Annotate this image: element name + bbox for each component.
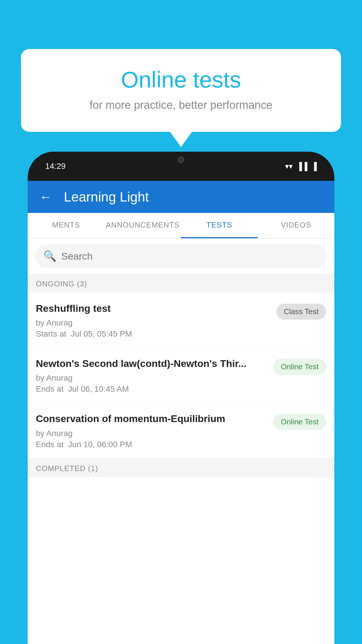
speech-bubble-title: Online tests bbox=[44, 66, 318, 93]
test-time: Ends at Jul 06, 10:45 AM bbox=[36, 384, 266, 394]
test-info: Newton's Second law(contd)-Newton's Thir… bbox=[36, 357, 273, 394]
app-header: ← Learning Light bbox=[28, 181, 334, 213]
test-info: Conservation of momentum-Equilibrium by … bbox=[36, 412, 273, 449]
test-badge: Class Test bbox=[276, 304, 326, 320]
notch bbox=[158, 152, 204, 168]
test-name: Newton's Second law(contd)-Newton's Thir… bbox=[36, 357, 266, 370]
wifi-icon: ▾▾ bbox=[285, 162, 293, 171]
phone-screen: ← Learning Light MENTS ANNOUNCEMENTS TES… bbox=[28, 181, 334, 644]
ongoing-section-label: ONGOING (3) bbox=[28, 274, 334, 293]
tab-announcements[interactable]: ANNOUNCEMENTS bbox=[104, 213, 181, 238]
test-name: Conservation of momentum-Equilibrium bbox=[36, 412, 266, 425]
test-item[interactable]: Newton's Second law(contd)-Newton's Thir… bbox=[28, 348, 334, 403]
test-badge: Online Test bbox=[273, 359, 326, 375]
status-time: 14:29 bbox=[45, 162, 66, 171]
test-name: Reshuffling test bbox=[36, 302, 269, 315]
test-badge: Online Test bbox=[273, 414, 326, 430]
test-by: by Anurag bbox=[36, 318, 269, 328]
search-bar[interactable]: 🔍 bbox=[35, 244, 327, 268]
test-time: Starts at Jul 05, 05:45 PM bbox=[36, 329, 269, 339]
test-by: by Anurag bbox=[36, 373, 266, 383]
phone-frame: 14:29 ▾▾ ▐▐ ▐ ← Learning Light MENTS ANN… bbox=[28, 152, 334, 644]
app-title: Learning Light bbox=[64, 189, 149, 205]
tab-ments[interactable]: MENTS bbox=[28, 213, 104, 238]
tab-bar: MENTS ANNOUNCEMENTS TESTS VIDEOS bbox=[28, 213, 334, 239]
search-icon: 🔍 bbox=[43, 250, 57, 262]
battery-icon: ▐ bbox=[312, 162, 317, 171]
test-by: by Anurag bbox=[36, 429, 266, 438]
speech-bubble: Online tests for more practice, better p… bbox=[21, 49, 341, 132]
front-camera bbox=[178, 157, 184, 163]
tab-videos[interactable]: VIDEOS bbox=[258, 213, 334, 238]
status-bar: 14:29 ▾▾ ▐▐ ▐ bbox=[28, 152, 334, 181]
test-item[interactable]: Conservation of momentum-Equilibrium by … bbox=[28, 403, 334, 458]
test-item[interactable]: Reshuffling test by Anurag Starts at Jul… bbox=[28, 293, 334, 348]
test-info: Reshuffling test by Anurag Starts at Jul… bbox=[36, 302, 276, 339]
test-time: Ends at Jun 10, 06:00 PM bbox=[36, 440, 266, 449]
completed-section-label: COMPLETED (1) bbox=[28, 458, 334, 477]
signal-icon: ▐▐ bbox=[297, 162, 307, 171]
search-input[interactable] bbox=[61, 251, 319, 262]
back-arrow-icon[interactable]: ← bbox=[39, 190, 52, 204]
tab-tests[interactable]: TESTS bbox=[181, 213, 258, 238]
speech-bubble-subtitle: for more practice, better performance bbox=[44, 99, 318, 111]
status-icons: ▾▾ ▐▐ ▐ bbox=[285, 162, 317, 171]
